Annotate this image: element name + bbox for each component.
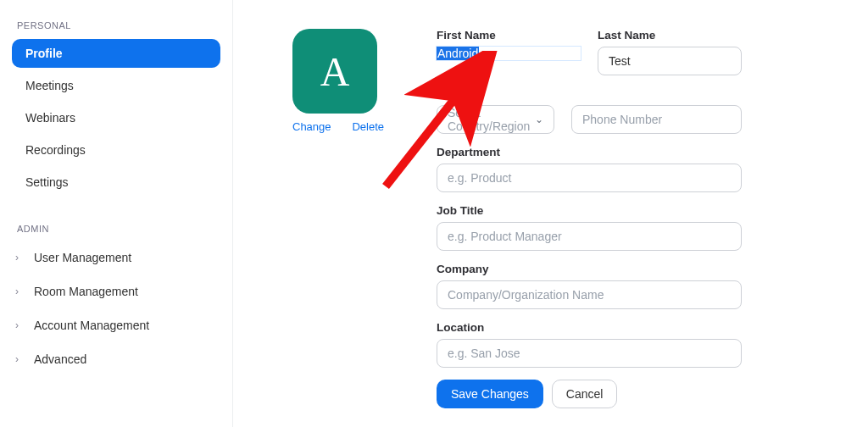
chevron-down-icon: ⌄ xyxy=(535,114,543,125)
jobtitle-label: Job Title xyxy=(437,204,742,217)
sidebar-item-user-management[interactable]: › User Management xyxy=(12,242,220,273)
sidebar: PERSONAL Profile Meetings Webinars Recor… xyxy=(0,0,233,427)
sidebar-item-label: Recordings xyxy=(25,143,86,157)
sidebar-item-recordings[interactable]: Recordings xyxy=(12,136,220,164)
department-label: Department xyxy=(437,146,742,158)
chevron-right-icon: › xyxy=(15,353,27,365)
company-field[interactable] xyxy=(437,280,742,309)
last-name-field[interactable] xyxy=(598,47,742,75)
sidebar-item-label: Profile xyxy=(25,47,63,60)
sidebar-item-meetings[interactable]: Meetings xyxy=(12,71,220,100)
company-label: Company xyxy=(437,263,742,275)
cancel-button[interactable]: Cancel xyxy=(552,380,618,408)
avatar-initial: A xyxy=(320,48,350,95)
last-name-label: Last Name xyxy=(598,29,742,42)
location-field[interactable] xyxy=(437,339,742,368)
profile-form: First Name Android Last Name Phone Selec… xyxy=(437,29,793,408)
avatar-delete-link[interactable]: Delete xyxy=(352,120,384,133)
sidebar-item-label: Meetings xyxy=(25,79,74,92)
phone-region-placeholder: Select Country/Region xyxy=(448,106,535,133)
sidebar-item-label: User Management xyxy=(34,251,131,264)
phone-label: Phone xyxy=(437,87,742,100)
sidebar-section-admin: ADMIN xyxy=(17,224,220,234)
main-content: A Change Delete First Name Android Last … xyxy=(233,0,868,427)
sidebar-item-label: Settings xyxy=(25,175,69,189)
avatar-column: A Change Delete xyxy=(292,29,437,133)
chevron-right-icon: › xyxy=(15,319,27,331)
sidebar-item-account-management[interactable]: › Account Management xyxy=(12,310,220,341)
first-name-value: Android xyxy=(437,47,479,60)
phone-number-field[interactable] xyxy=(571,105,742,134)
chevron-right-icon: › xyxy=(15,252,27,263)
sidebar-item-settings[interactable]: Settings xyxy=(12,168,220,197)
sidebar-item-label: Advanced xyxy=(34,352,86,366)
department-field[interactable] xyxy=(437,164,742,192)
sidebar-item-label: Room Management xyxy=(34,285,138,298)
first-name-field[interactable]: Android xyxy=(437,47,581,60)
first-name-label: First Name xyxy=(437,29,581,42)
phone-region-select[interactable]: Select Country/Region ⌄ xyxy=(437,105,554,134)
sidebar-item-label: Webinars xyxy=(25,111,75,125)
jobtitle-field[interactable] xyxy=(437,222,742,251)
sidebar-item-room-management[interactable]: › Room Management xyxy=(12,276,220,307)
avatar-change-link[interactable]: Change xyxy=(292,120,331,133)
sidebar-section-personal: PERSONAL xyxy=(17,20,220,30)
sidebar-item-advanced[interactable]: › Advanced xyxy=(12,344,220,374)
sidebar-item-profile[interactable]: Profile xyxy=(12,39,220,68)
sidebar-item-webinars[interactable]: Webinars xyxy=(12,103,220,132)
chevron-right-icon: › xyxy=(15,286,27,297)
location-label: Location xyxy=(437,321,742,334)
avatar: A xyxy=(292,29,377,114)
save-button[interactable]: Save Changes xyxy=(437,380,543,408)
sidebar-item-label: Account Management xyxy=(34,319,149,332)
